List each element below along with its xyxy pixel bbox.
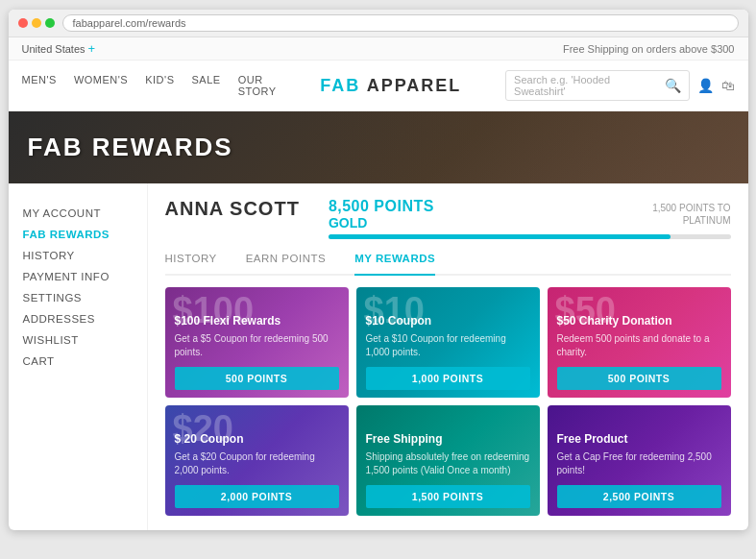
reward-title-3: $ 20 Coupon (175, 432, 339, 446)
reward-card-freeshipping: Free Shipping Shipping absolutely free o… (356, 405, 540, 516)
reward-title-5: Free Product (557, 432, 721, 446)
reward-btn-0[interactable]: 500 POINTS (175, 367, 339, 390)
nav-right: Search e.g. 'Hooded Sweatshirt' 🔍 👤 🛍 (505, 70, 734, 101)
reward-desc-5: Get a Cap Free for redeeming 2,500 point… (557, 450, 721, 477)
sidebar-item-my-account[interactable]: MY ACCOUNT (23, 203, 133, 224)
points-row: 8,500 POINTS GOLD 1,500 POINTS TO PLATIN… (329, 198, 731, 231)
reward-desc-0: Get a $5 Coupon for redeeming 500 points… (175, 332, 339, 359)
sidebar-item-fab-rewards[interactable]: FAB REWARDS (23, 224, 133, 245)
main-content: MY ACCOUNT FAB REWARDS HISTORY PAYMENT I… (9, 183, 748, 530)
dot-yellow[interactable] (32, 18, 41, 28)
cart-icon[interactable]: 🛍 (721, 78, 735, 93)
nav-womens[interactable]: WOMEN'S (74, 74, 128, 97)
reward-btn-2[interactable]: 500 POINTS (557, 367, 721, 390)
shipping-notice: Free Shipping on orders above $300 (563, 43, 735, 55)
reward-desc-4: Shipping absolutely free on redeeming 1,… (366, 450, 530, 477)
nav-kids[interactable]: KID'S (145, 74, 174, 97)
tab-earn-points[interactable]: EARN POINTS (246, 253, 326, 268)
progress-bar (329, 234, 731, 239)
hero-title: FAB REWARDS (28, 133, 233, 162)
nav-links: MEN'S WOMEN'S KID'S SALE OUR STORY (22, 74, 277, 97)
nav-sale[interactable]: SALE (192, 74, 221, 97)
reward-title-4: Free Shipping (366, 432, 530, 446)
points-tier: GOLD (329, 215, 434, 231)
region-selector[interactable]: United States + (22, 41, 96, 56)
sidebar-item-payment-info[interactable]: PAYMENT INFO (23, 266, 133, 287)
reward-card-inner-0: $100 $100 Flexi Rewards Get a $5 Coupon … (165, 287, 349, 398)
brand-rest: APPAREL (360, 76, 461, 95)
user-name: ANNA SCOTT (165, 198, 300, 220)
content-tabs: HISTORY EARN POINTS MY REWARDS (165, 253, 731, 276)
points-block: 8,500 POINTS GOLD (329, 198, 434, 231)
reward-card-flexi: $100 $100 Flexi Rewards Get a $5 Coupon … (165, 287, 349, 398)
reward-desc-1: Get a $10 Coupon for redeeming 1,000 poi… (366, 332, 530, 359)
points-value: 8,500 POINTS (329, 198, 434, 215)
reward-btn-4[interactable]: 1,500 POINTS (366, 485, 530, 508)
nav-our-story[interactable]: OUR STORY (238, 74, 277, 97)
dot-green[interactable] (45, 18, 55, 28)
sidebar-item-cart[interactable]: CART (23, 351, 133, 372)
reward-card-inner-4: Free Shipping Shipping absolutely free o… (356, 405, 540, 516)
points-section: 8,500 POINTS GOLD 1,500 POINTS TO PLATIN… (329, 198, 731, 239)
reward-title-0: $100 Flexi Rewards (175, 314, 339, 328)
search-placeholder-text: Search e.g. 'Hooded Sweatshirt' (514, 74, 659, 97)
sidebar-item-settings[interactable]: SETTINGS (23, 287, 133, 308)
account-icon[interactable]: 👤 (697, 78, 714, 93)
points-to-next: 1,500 POINTS TO PLATINUM (652, 202, 730, 227)
region-label: United States (22, 43, 85, 55)
tab-my-rewards[interactable]: MY REWARDS (354, 253, 435, 276)
reward-card-charity: $50 $50 Charity Donation Redeem 500 poin… (548, 287, 731, 398)
reward-btn-3[interactable]: 2,000 POINTS (175, 485, 339, 508)
reward-card-inner-2: $50 $50 Charity Donation Redeem 500 poin… (548, 287, 731, 398)
hero-banner: FAB REWARDS (9, 111, 748, 183)
reward-card-inner-1: $10 $10 Coupon Get a $10 Coupon for rede… (356, 287, 540, 398)
reward-btn-5[interactable]: 2,500 POINTS (557, 485, 721, 508)
dot-red[interactable] (18, 18, 28, 28)
reward-card-inner-5: Free Product Get a Cap Free for redeemin… (548, 405, 731, 516)
user-header: ANNA SCOTT 8,500 POINTS GOLD 1,500 POINT… (165, 198, 731, 239)
browser-window: fabapparel.com/rewards United States + F… (9, 10, 748, 530)
reward-desc-2: Redeem 500 points and donate to a charit… (557, 332, 721, 359)
reward-desc-3: Get a $20 Coupon for redeeming 2,000 poi… (175, 450, 339, 477)
tab-history[interactable]: HISTORY (165, 253, 217, 268)
browser-dots (18, 18, 55, 28)
content-area: ANNA SCOTT 8,500 POINTS GOLD 1,500 POINT… (148, 183, 748, 530)
store-top-bar: United States + Free Shipping on orders … (9, 37, 748, 61)
reward-title-2: $50 Charity Donation (557, 314, 721, 328)
reward-card-coupon20: $20 $ 20 Coupon Get a $20 Coupon for red… (165, 405, 349, 516)
reward-card-coupon10: $10 $10 Coupon Get a $10 Coupon for rede… (356, 287, 540, 398)
brand-fab: FAB (320, 76, 360, 95)
sidebar-item-addresses[interactable]: ADDRESSES (23, 308, 133, 329)
region-plus-icon[interactable]: + (88, 41, 96, 56)
brand-logo[interactable]: FAB APPAREL (277, 76, 505, 96)
browser-address-bar[interactable]: fabapparel.com/rewards (62, 14, 739, 32)
search-box[interactable]: Search e.g. 'Hooded Sweatshirt' 🔍 (505, 70, 689, 101)
sidebar-item-wishlist[interactable]: WISHLIST (23, 329, 133, 351)
progress-bar-fill (329, 234, 671, 239)
reward-btn-1[interactable]: 1,000 POINTS (366, 367, 530, 390)
rewards-grid: $100 $100 Flexi Rewards Get a $5 Coupon … (165, 287, 731, 516)
nav-bar: MEN'S WOMEN'S KID'S SALE OUR STORY FAB A… (9, 61, 748, 111)
reward-title-1: $10 Coupon (366, 314, 530, 328)
sidebar: MY ACCOUNT FAB REWARDS HISTORY PAYMENT I… (9, 183, 148, 530)
nav-mens[interactable]: MEN'S (22, 74, 57, 97)
reward-card-inner-3: $20 $ 20 Coupon Get a $20 Coupon for red… (165, 405, 349, 516)
reward-card-freeproduct: Free Product Get a Cap Free for redeemin… (548, 405, 731, 516)
browser-bar: fabapparel.com/rewards (9, 10, 748, 37)
search-icon[interactable]: 🔍 (665, 78, 681, 93)
sidebar-item-history[interactable]: HISTORY (23, 245, 133, 266)
